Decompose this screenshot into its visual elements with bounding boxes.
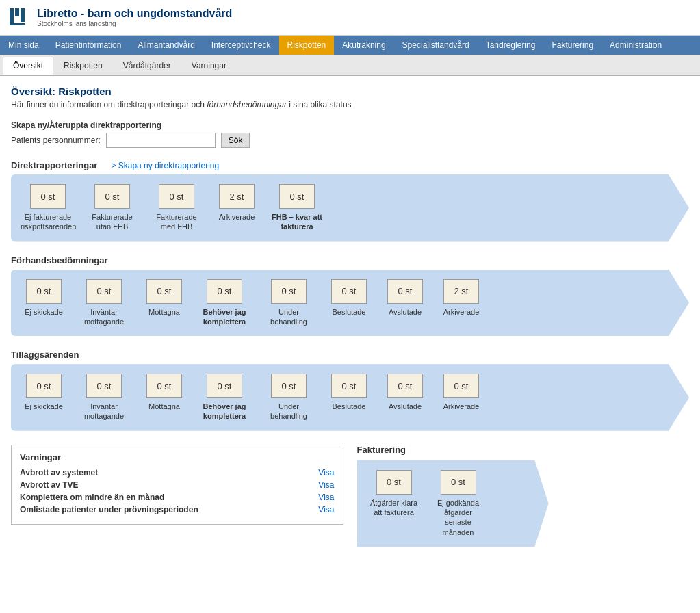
ta-status-0: 0 st Ej skickade bbox=[21, 374, 67, 411]
fb-status-5: 0 st Beslutade bbox=[326, 279, 372, 317]
create-direktrapportering-link[interactable]: > Skapa ny direktrapportering bbox=[111, 161, 219, 170]
ta-label-7: Arkiverade bbox=[443, 402, 480, 411]
nav-riskpotten[interactable]: Riskpotten bbox=[279, 36, 335, 55]
fb-label-5: Beslutade bbox=[333, 307, 366, 317]
fb-label-2: Mottagna bbox=[148, 307, 180, 317]
ta-count-3[interactable]: 0 st bbox=[207, 374, 242, 398]
fb-label-1: Inväntar mottagande bbox=[77, 307, 131, 327]
nav-patientinformation[interactable]: Patientinformation bbox=[47, 36, 130, 55]
warning-label-3: Omlistade patienter under prövningsperio… bbox=[20, 505, 198, 514]
nav-administration[interactable]: Administration bbox=[601, 36, 670, 55]
label-ej-fakturerade: Ej fakturerade riskpottsärenden bbox=[21, 212, 75, 232]
fakturering-section: Fakturering 0 st Åtgärder klara att fakt… bbox=[357, 445, 690, 547]
search-input[interactable] bbox=[106, 133, 216, 148]
status-box-4: 0 st FHB – kvar att fakturera bbox=[270, 184, 324, 232]
forhandsbedömningar-section: Förhandsbedömningar 0 st Ej skickade 0 s… bbox=[11, 255, 689, 337]
nav-min-sida[interactable]: Min sida bbox=[0, 36, 47, 55]
page-description: Här finner du information om direktrappo… bbox=[11, 100, 689, 109]
svg-rect-3 bbox=[10, 23, 25, 25]
tilläggsärenden-header: Tilläggsärenden bbox=[11, 350, 689, 360]
fakturering-container: 0 st Åtgärder klara att fakturera 0 st E… bbox=[357, 460, 549, 547]
direktrapporteringar-container: 0 st Ej fakturerade riskpottsärenden 0 s… bbox=[11, 174, 689, 242]
fak-count-0[interactable]: 0 st bbox=[376, 470, 412, 495]
ta-label-3: Behöver jag komplettera bbox=[197, 402, 252, 421]
label-fakturerade-med-fhb: Fakturerade med FHB bbox=[149, 212, 204, 232]
ta-count-6[interactable]: 0 st bbox=[387, 374, 423, 398]
fb-count-0[interactable]: 0 st bbox=[26, 279, 62, 304]
warning-link-3[interactable]: Visa bbox=[318, 505, 334, 514]
count-fhb-kvar[interactable]: 0 st bbox=[279, 184, 315, 209]
search-button[interactable]: Sök bbox=[221, 133, 250, 148]
ta-status-5: 0 st Beslutade bbox=[326, 374, 372, 411]
nav-allmantandvard[interactable]: Allmäntandvård bbox=[129, 36, 203, 55]
varningar-title: Varningar bbox=[20, 452, 335, 462]
nav-tandreglering[interactable]: Tandreglering bbox=[478, 36, 544, 55]
search-row: Patients personnummer: Sök bbox=[11, 133, 689, 148]
warning-row-0: Avbrott av systemet Visa bbox=[20, 468, 335, 478]
fakturering-title: Fakturering bbox=[357, 445, 690, 455]
subnav-riskpotten[interactable]: Riskpotten bbox=[53, 57, 113, 75]
ta-label-6: Avslutade bbox=[389, 402, 422, 411]
fb-count-6[interactable]: 0 st bbox=[387, 279, 423, 304]
label-fhb-kvar: FHB – kvar att fakturera bbox=[270, 212, 324, 232]
ta-label-4: Under behandling bbox=[261, 402, 316, 421]
warning-row-1: Avbrott av TVE Visa bbox=[20, 480, 335, 490]
app-header: Libretto - barn och ungdomstandvård Stoc… bbox=[0, 0, 700, 36]
search-section-label: Skapa ny/Återuppta direktrapportering bbox=[11, 120, 689, 130]
forhandsbedömningar-title: Förhandsbedömningar bbox=[11, 255, 108, 265]
fb-count-7[interactable]: 2 st bbox=[443, 279, 479, 304]
fb-count-4[interactable]: 0 st bbox=[271, 279, 307, 304]
ta-status-7: 0 st Arkiverade bbox=[438, 374, 484, 411]
fb-count-3[interactable]: 0 st bbox=[207, 279, 242, 304]
tilläggsärenden-container: 0 st Ej skickade 0 st Inväntar mottagand… bbox=[11, 364, 689, 431]
fb-status-3: 0 st Behöver jag komplettera bbox=[197, 279, 252, 327]
fb-count-1[interactable]: 0 st bbox=[86, 279, 122, 304]
fb-status-0: 0 st Ej skickade bbox=[21, 279, 67, 317]
varningar-box: Varningar Avbrott av systemet Visa Avbro… bbox=[11, 445, 343, 525]
ta-count-7[interactable]: 0 st bbox=[443, 374, 479, 398]
ta-count-1[interactable]: 0 st bbox=[86, 374, 122, 398]
nav-specialisttandvard[interactable]: Specialisttandvård bbox=[394, 36, 478, 55]
nav-interceptivcheck[interactable]: Interceptivcheck bbox=[203, 36, 279, 55]
ta-label-1: Inväntar mottagande bbox=[77, 402, 131, 421]
ta-count-2[interactable]: 0 st bbox=[146, 374, 182, 398]
warning-link-0[interactable]: Visa bbox=[318, 468, 334, 478]
count-ej-fakturerade[interactable]: 0 st bbox=[30, 184, 66, 209]
count-fakturerade-utan-fhb[interactable]: 0 st bbox=[94, 184, 130, 209]
fak-count-1[interactable]: 0 st bbox=[441, 470, 476, 495]
app-title: Libretto - barn och ungdomstandvård bbox=[37, 8, 232, 20]
nav-akutrakning[interactable]: Akuträkning bbox=[334, 36, 393, 55]
varningar-col: Varningar Avbrott av systemet Visa Avbro… bbox=[11, 445, 343, 547]
subnav-oversikt[interactable]: Översikt bbox=[3, 57, 53, 75]
fb-label-0: Ej skickade bbox=[25, 307, 63, 317]
count-fakturerade-med-fhb[interactable]: 0 st bbox=[159, 184, 194, 209]
app-subtitle: Stockholms läns landsting bbox=[37, 20, 232, 27]
header-title-block: Libretto - barn och ungdomstandvård Stoc… bbox=[37, 8, 232, 27]
tilläggsärenden-title: Tilläggsärenden bbox=[11, 350, 79, 360]
ta-status-6: 0 st Avslutade bbox=[382, 374, 428, 411]
status-box-2: 0 st Fakturerade med FHB bbox=[149, 184, 204, 232]
subnav-vardatgarder[interactable]: Vårdåtgärder bbox=[113, 57, 181, 75]
fb-status-4: 0 st Under behandling bbox=[261, 279, 316, 327]
warning-link-2[interactable]: Visa bbox=[318, 493, 334, 502]
forhandsbedömningar-header: Förhandsbedömningar bbox=[11, 255, 689, 265]
ta-count-0[interactable]: 0 st bbox=[26, 374, 62, 398]
warning-label-2: Komplettera om mindre än en månad bbox=[20, 493, 164, 502]
warning-row-2: Komplettera om mindre än en månad Visa bbox=[20, 493, 335, 502]
page-title: Översikt: Riskpotten bbox=[11, 86, 689, 97]
fb-count-5[interactable]: 0 st bbox=[331, 279, 367, 304]
ta-label-2: Mottagna bbox=[148, 402, 180, 411]
nav-fakturering[interactable]: Fakturering bbox=[543, 36, 601, 55]
count-arkiverade[interactable]: 2 st bbox=[219, 184, 255, 209]
fak-status-0: 0 st Åtgärder klara att fakturera bbox=[367, 470, 422, 518]
warning-row-3: Omlistade patienter under prövningsperio… bbox=[20, 505, 335, 514]
ta-count-5[interactable]: 0 st bbox=[331, 374, 367, 398]
ta-count-4[interactable]: 0 st bbox=[271, 374, 307, 398]
ta-status-2: 0 st Mottagna bbox=[141, 374, 187, 411]
warning-link-1[interactable]: Visa bbox=[318, 480, 334, 490]
tilläggsärenden-section: Tilläggsärenden 0 st Ej skickade 0 st In… bbox=[11, 350, 689, 431]
fb-status-6: 0 st Avslutade bbox=[382, 279, 428, 317]
fb-count-2[interactable]: 0 st bbox=[146, 279, 182, 304]
subnav-varningar[interactable]: Varningar bbox=[181, 57, 237, 75]
sub-nav: Översikt Riskpotten Vårdåtgärder Varning… bbox=[0, 55, 700, 76]
